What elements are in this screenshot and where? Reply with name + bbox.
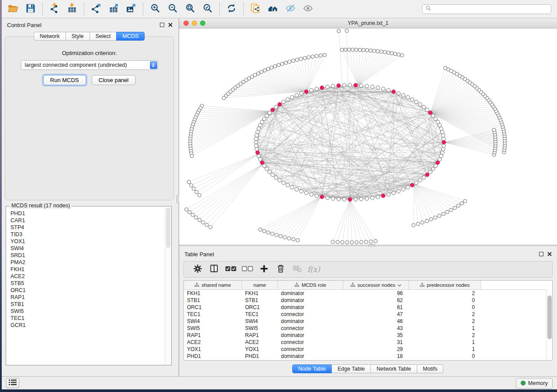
deselect-all-button[interactable] — [239, 265, 256, 274]
table-row[interactable]: STB1STB1dominator620 — [184, 297, 552, 304]
table-row[interactable]: ACE2ACE2connector311 — [184, 339, 552, 346]
float-panel-icon[interactable] — [160, 23, 164, 27]
float-table-panel-icon[interactable] — [539, 252, 543, 256]
select-all-button[interactable] — [222, 265, 239, 274]
table-cell[interactable]: connector — [278, 311, 343, 317]
export-network-button[interactable] — [87, 1, 105, 17]
table-cell[interactable]: SWI4 — [242, 318, 278, 324]
table-cell[interactable]: 0 — [409, 297, 481, 303]
columns-button[interactable] — [206, 264, 222, 275]
close-panel-button[interactable]: Close panel — [92, 75, 136, 85]
add-button[interactable] — [256, 265, 272, 275]
table-cell[interactable]: 1 — [409, 339, 481, 345]
import-network-button[interactable] — [46, 1, 63, 17]
table-cell[interactable]: YOX1 — [184, 346, 242, 352]
column-header-MCDS-role[interactable]: MCDS role — [278, 281, 343, 289]
zoom-out-button[interactable] — [164, 1, 181, 17]
result-node-item[interactable]: SWI4 — [10, 245, 165, 252]
table-row[interactable]: PHD1PHD1dominator180 — [184, 353, 552, 360]
table-cell[interactable]: dominator — [278, 318, 343, 324]
run-mcds-button[interactable]: Run MCDS — [43, 75, 86, 85]
criterion-dropdown[interactable]: largest connected component (undirected) — [21, 60, 158, 70]
refresh-button[interactable] — [223, 1, 240, 17]
table-cell[interactable]: SWI5 — [184, 325, 242, 331]
result-node-item[interactable]: STP4 — [10, 224, 165, 231]
result-node-item[interactable]: TID3 — [10, 231, 165, 238]
tab-style[interactable]: Style — [66, 32, 90, 41]
table-cell[interactable]: FKH1 — [184, 290, 242, 296]
column-header-name[interactable]: name — [242, 281, 278, 289]
table-cell[interactable]: 1 — [409, 346, 481, 352]
table-cell[interactable]: RAP1 — [242, 332, 278, 338]
table-row[interactable]: RAP1RAP1dominator352 — [184, 332, 552, 339]
tab-mcds[interactable]: MCDS — [116, 32, 145, 41]
table-cell[interactable]: 2 — [409, 318, 481, 324]
table-cell[interactable]: YOX1 — [242, 346, 278, 352]
table-cell[interactable]: ORC1 — [184, 304, 242, 310]
table-row[interactable]: FKH1FKH1dominator962 — [184, 290, 552, 297]
table-cell[interactable]: 47 — [343, 311, 409, 317]
export-image-button[interactable] — [122, 1, 140, 17]
table-cell[interactable]: ACE2 — [184, 339, 242, 345]
table-cell[interactable]: 35 — [343, 332, 409, 338]
table-cell[interactable]: 2 — [409, 290, 481, 296]
gear-button[interactable] — [189, 264, 206, 275]
tab-select[interactable]: Select — [90, 32, 117, 41]
result-node-item[interactable]: STB1 — [10, 301, 165, 308]
result-node-item[interactable]: YOX1 — [10, 238, 165, 245]
result-node-item[interactable]: CAR1 — [10, 217, 165, 224]
hide-selected-button[interactable] — [282, 1, 299, 17]
table-row[interactable]: TEC1TEC1connector472 — [184, 311, 552, 318]
tab-network[interactable]: Network — [34, 32, 66, 41]
result-node-item[interactable]: TEC1 — [10, 315, 165, 322]
table-cell[interactable]: connector — [278, 339, 343, 345]
save-button[interactable] — [22, 1, 39, 17]
column-header-predecessor-nodes[interactable]: predecessor nodes — [409, 281, 481, 289]
table-cell[interactable]: 0 — [409, 353, 481, 359]
table-row[interactable]: SWI4SWI4dominator462 — [184, 318, 552, 325]
table-cell[interactable]: RAP1 — [184, 332, 242, 338]
table-cell[interactable]: 43 — [343, 325, 409, 331]
column-header-successor-nodes[interactable]: successor nodes — [343, 281, 409, 289]
column-header-shared-name[interactable]: shared name — [184, 281, 242, 289]
table-cell[interactable]: STB1 — [242, 297, 278, 303]
tab-node-table[interactable]: Node Table — [292, 364, 332, 373]
close-panel-icon[interactable] — [168, 22, 173, 28]
table-cell[interactable]: FKH1 — [242, 290, 278, 296]
result-node-item[interactable]: STB5 — [10, 280, 165, 287]
delete-button[interactable] — [272, 264, 289, 275]
result-node-item[interactable]: RAP1 — [10, 294, 165, 301]
result-node-item[interactable]: SRD1 — [10, 252, 165, 259]
open-file-button[interactable] — [4, 1, 22, 17]
export-table-button[interactable] — [105, 1, 122, 17]
table-cell[interactable]: connector — [278, 346, 343, 352]
table-cell[interactable]: dominator — [278, 297, 343, 303]
table-cell[interactable]: 2 — [409, 311, 481, 317]
close-table-panel-icon[interactable] — [547, 251, 552, 258]
result-node-item[interactable]: ORC1 — [10, 287, 165, 294]
table-cell[interactable]: STB1 — [184, 297, 242, 303]
table-cell[interactable]: 2 — [409, 332, 481, 338]
zoom-fit-button[interactable] — [181, 1, 199, 17]
table-row[interactable]: SWI5SWI5connector431 — [184, 325, 552, 332]
show-all-button[interactable] — [299, 1, 317, 17]
table-cell[interactable]: TEC1 — [242, 311, 278, 317]
table-cell[interactable]: 31 — [343, 339, 409, 345]
table-row[interactable]: ORC1ORC1dominator610 — [184, 304, 552, 311]
zoom-in-button[interactable] — [146, 1, 164, 17]
table-cell[interactable]: TEC1 — [184, 311, 242, 317]
show-panels-button[interactable] — [6, 378, 19, 388]
zoom-selected-button[interactable] — [199, 1, 216, 17]
import-table-button[interactable] — [63, 1, 81, 17]
table-cell[interactable]: SWI4 — [184, 318, 242, 324]
table-scrollbar-thumb[interactable] — [547, 296, 552, 339]
table-cell[interactable]: 18 — [343, 353, 409, 359]
table-cell[interactable]: dominator — [278, 304, 343, 310]
result-node-item[interactable]: SWI5 — [10, 308, 165, 315]
tab-network-table[interactable]: Network Table — [370, 364, 417, 373]
table-cell[interactable]: ACE2 — [242, 339, 278, 345]
result-node-item[interactable]: FKH1 — [10, 266, 165, 273]
table-scrollbar[interactable] — [546, 289, 552, 360]
network-graph[interactable] — [179, 28, 557, 245]
table-cell[interactable]: SWI5 — [242, 325, 278, 331]
